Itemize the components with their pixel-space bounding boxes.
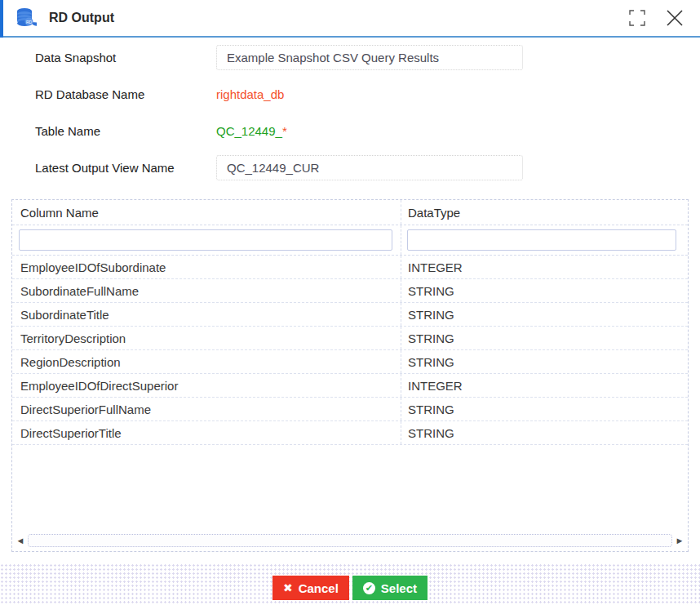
column-name-header[interactable]: Column Name: [12, 200, 401, 225]
datatype-cell: STRING: [401, 303, 688, 326]
column-name-cell: SubordinateTitle: [12, 303, 401, 326]
datatype-cell: STRING: [401, 421, 688, 444]
close-icon[interactable]: [662, 6, 687, 30]
data-snapshot-input[interactable]: [216, 45, 523, 70]
table-header-row: Column Name DataType: [12, 200, 688, 225]
rd-database-name-label: RD Database Name: [0, 87, 216, 101]
svg-text:RD: RD: [26, 20, 33, 24]
rd-database-name-value: rightdata_db: [216, 87, 284, 101]
datatype-cell: STRING: [401, 327, 688, 349]
scrollbar-track[interactable]: [28, 534, 672, 547]
cancel-button[interactable]: ✖ Cancel: [272, 576, 349, 600]
column-name-cell: SubordinateFullName: [12, 279, 401, 302]
latest-output-view-name-input[interactable]: [216, 155, 523, 180]
columns-table: Column Name DataType EmployeeIDOfSubordi…: [11, 199, 689, 552]
header-accent-bar: [0, 0, 3, 38]
column-name-cell: EmployeeIDOfSubordinate: [12, 256, 401, 278]
maximize-icon[interactable]: [625, 6, 649, 30]
datatype-cell: STRING: [401, 398, 688, 420]
rd-output-dialog: RD RD Output Data Snapshot RD Database N…: [0, 0, 700, 605]
datatype-header[interactable]: DataType: [401, 200, 688, 225]
datatype-cell: INTEGER: [401, 374, 688, 397]
data-snapshot-label: Data Snapshot: [0, 51, 216, 65]
table-row[interactable]: DirectSuperiorTitle STRING: [12, 421, 688, 445]
select-button[interactable]: ✔ Select: [352, 576, 428, 600]
scroll-left-icon[interactable]: ◄: [15, 535, 26, 546]
database-icon: RD: [13, 6, 38, 30]
datatype-cell: STRING: [401, 350, 688, 373]
form-row-latest-output-view-name: Latest Output View Name: [0, 149, 700, 186]
datatype-filter-input[interactable]: [407, 229, 676, 251]
horizontal-scrollbar[interactable]: ◄ ►: [15, 532, 685, 549]
table-name-label: Table Name: [0, 124, 216, 138]
table-row[interactable]: TerritoryDescription STRING: [12, 327, 688, 350]
select-check-icon: ✔: [363, 582, 375, 594]
table-name-value: QC_12449_*: [216, 124, 287, 138]
column-name-cell: EmployeeIDOfDirectSuperior: [12, 374, 401, 397]
datatype-cell: STRING: [401, 279, 688, 302]
table-filter-row: [12, 225, 688, 256]
form-row-data-snapshot: Data Snapshot: [0, 39, 700, 76]
column-name-filter-input[interactable]: [19, 229, 392, 251]
table-row[interactable]: DirectSuperiorFullName STRING: [12, 398, 688, 421]
table-row[interactable]: EmployeeIDOfDirectSuperior INTEGER: [12, 374, 688, 398]
scroll-right-icon[interactable]: ►: [674, 535, 685, 546]
cancel-x-icon: ✖: [283, 581, 293, 594]
table-row[interactable]: SubordinateFullName STRING: [12, 279, 688, 303]
rd-output-form: Data Snapshot RD Database Name rightdata…: [0, 39, 700, 186]
cancel-button-label: Cancel: [299, 581, 339, 595]
form-row-rd-database-name: RD Database Name rightdata_db: [0, 76, 700, 113]
dialog-title: RD Output: [49, 11, 114, 25]
table-row[interactable]: RegionDescription STRING: [12, 350, 688, 374]
form-row-table-name: Table Name QC_12449_*: [0, 113, 700, 149]
dialog-header: RD RD Output: [0, 0, 700, 38]
table-row[interactable]: SubordinateTitle STRING: [12, 303, 688, 327]
latest-output-view-name-label: Latest Output View Name: [0, 161, 216, 175]
select-button-label: Select: [381, 581, 417, 595]
column-name-cell: DirectSuperiorFullName: [12, 398, 401, 420]
scrollbar-thumb[interactable]: [28, 534, 672, 547]
column-name-cell: RegionDescription: [12, 350, 401, 373]
dialog-footer: ✖ Cancel ✔ Select: [0, 563, 700, 605]
datatype-cell: INTEGER: [401, 256, 688, 278]
table-row[interactable]: EmployeeIDOfSubordinate INTEGER: [12, 256, 688, 279]
column-name-cell: TerritoryDescription: [12, 327, 401, 349]
column-name-cell: DirectSuperiorTitle: [12, 421, 401, 444]
